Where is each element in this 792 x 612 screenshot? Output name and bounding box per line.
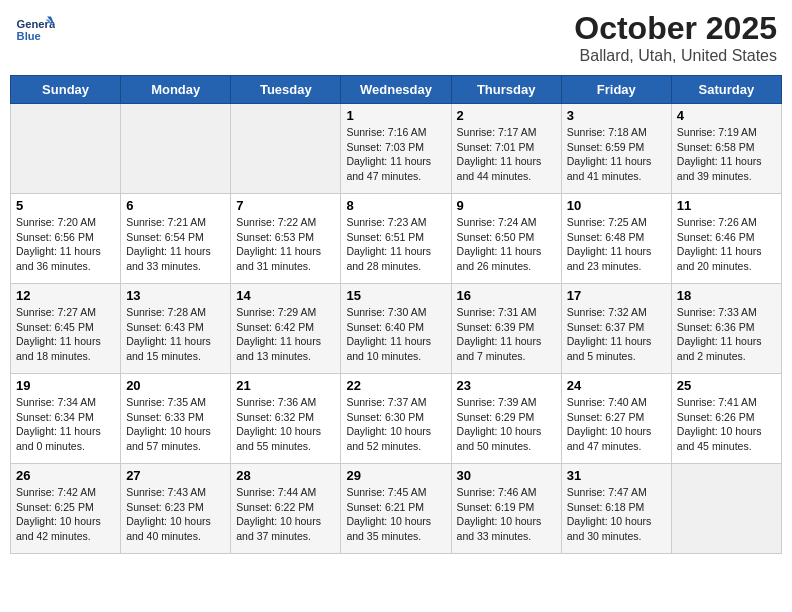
day-info: Sunrise: 7:36 AM Sunset: 6:32 PM Dayligh… [236,395,335,454]
day-info: Sunrise: 7:23 AM Sunset: 6:51 PM Dayligh… [346,215,445,274]
calendar-cell: 3Sunrise: 7:18 AM Sunset: 6:59 PM Daylig… [561,104,671,194]
day-info: Sunrise: 7:46 AM Sunset: 6:19 PM Dayligh… [457,485,556,544]
day-header-saturday: Saturday [671,76,781,104]
calendar-cell: 6Sunrise: 7:21 AM Sunset: 6:54 PM Daylig… [121,194,231,284]
day-info: Sunrise: 7:24 AM Sunset: 6:50 PM Dayligh… [457,215,556,274]
day-header-friday: Friday [561,76,671,104]
calendar-cell: 23Sunrise: 7:39 AM Sunset: 6:29 PM Dayli… [451,374,561,464]
day-number: 8 [346,198,445,213]
day-info: Sunrise: 7:22 AM Sunset: 6:53 PM Dayligh… [236,215,335,274]
day-number: 14 [236,288,335,303]
calendar-cell: 27Sunrise: 7:43 AM Sunset: 6:23 PM Dayli… [121,464,231,554]
day-info: Sunrise: 7:21 AM Sunset: 6:54 PM Dayligh… [126,215,225,274]
day-info: Sunrise: 7:27 AM Sunset: 6:45 PM Dayligh… [16,305,115,364]
calendar-cell: 24Sunrise: 7:40 AM Sunset: 6:27 PM Dayli… [561,374,671,464]
day-info: Sunrise: 7:20 AM Sunset: 6:56 PM Dayligh… [16,215,115,274]
day-header-wednesday: Wednesday [341,76,451,104]
day-number: 20 [126,378,225,393]
logo: General Blue [15,10,59,50]
day-number: 21 [236,378,335,393]
day-number: 23 [457,378,556,393]
calendar-table: SundayMondayTuesdayWednesdayThursdayFrid… [10,75,782,554]
page-title: October 2025 [574,10,777,47]
calendar-cell: 26Sunrise: 7:42 AM Sunset: 6:25 PM Dayli… [11,464,121,554]
calendar-cell: 21Sunrise: 7:36 AM Sunset: 6:32 PM Dayli… [231,374,341,464]
calendar-cell: 16Sunrise: 7:31 AM Sunset: 6:39 PM Dayli… [451,284,561,374]
day-info: Sunrise: 7:19 AM Sunset: 6:58 PM Dayligh… [677,125,776,184]
day-number: 16 [457,288,556,303]
calendar-cell: 22Sunrise: 7:37 AM Sunset: 6:30 PM Dayli… [341,374,451,464]
calendar-cell: 10Sunrise: 7:25 AM Sunset: 6:48 PM Dayli… [561,194,671,284]
calendar-cell [671,464,781,554]
day-info: Sunrise: 7:26 AM Sunset: 6:46 PM Dayligh… [677,215,776,274]
day-info: Sunrise: 7:39 AM Sunset: 6:29 PM Dayligh… [457,395,556,454]
calendar-cell: 1Sunrise: 7:16 AM Sunset: 7:03 PM Daylig… [341,104,451,194]
day-info: Sunrise: 7:33 AM Sunset: 6:36 PM Dayligh… [677,305,776,364]
calendar-cell: 28Sunrise: 7:44 AM Sunset: 6:22 PM Dayli… [231,464,341,554]
day-number: 30 [457,468,556,483]
svg-text:General: General [17,18,55,30]
day-info: Sunrise: 7:42 AM Sunset: 6:25 PM Dayligh… [16,485,115,544]
day-info: Sunrise: 7:41 AM Sunset: 6:26 PM Dayligh… [677,395,776,454]
page-subtitle: Ballard, Utah, United States [574,47,777,65]
day-number: 12 [16,288,115,303]
day-number: 26 [16,468,115,483]
day-number: 6 [126,198,225,213]
calendar-cell: 13Sunrise: 7:28 AM Sunset: 6:43 PM Dayli… [121,284,231,374]
logo-icon: General Blue [15,10,55,50]
title-block: October 2025 Ballard, Utah, United State… [574,10,777,65]
day-header-tuesday: Tuesday [231,76,341,104]
calendar-cell [11,104,121,194]
day-header-monday: Monday [121,76,231,104]
calendar-cell: 29Sunrise: 7:45 AM Sunset: 6:21 PM Dayli… [341,464,451,554]
calendar-cell: 19Sunrise: 7:34 AM Sunset: 6:34 PM Dayli… [11,374,121,464]
day-number: 29 [346,468,445,483]
day-info: Sunrise: 7:16 AM Sunset: 7:03 PM Dayligh… [346,125,445,184]
day-number: 3 [567,108,666,123]
day-number: 17 [567,288,666,303]
day-number: 13 [126,288,225,303]
day-info: Sunrise: 7:44 AM Sunset: 6:22 PM Dayligh… [236,485,335,544]
calendar-cell: 5Sunrise: 7:20 AM Sunset: 6:56 PM Daylig… [11,194,121,284]
day-number: 18 [677,288,776,303]
day-info: Sunrise: 7:30 AM Sunset: 6:40 PM Dayligh… [346,305,445,364]
day-number: 19 [16,378,115,393]
day-info: Sunrise: 7:47 AM Sunset: 6:18 PM Dayligh… [567,485,666,544]
day-info: Sunrise: 7:29 AM Sunset: 6:42 PM Dayligh… [236,305,335,364]
page-header: General Blue October 2025 Ballard, Utah,… [10,10,782,65]
day-number: 4 [677,108,776,123]
calendar-cell: 18Sunrise: 7:33 AM Sunset: 6:36 PM Dayli… [671,284,781,374]
day-info: Sunrise: 7:34 AM Sunset: 6:34 PM Dayligh… [16,395,115,454]
calendar-cell: 14Sunrise: 7:29 AM Sunset: 6:42 PM Dayli… [231,284,341,374]
calendar-cell: 7Sunrise: 7:22 AM Sunset: 6:53 PM Daylig… [231,194,341,284]
calendar-cell: 12Sunrise: 7:27 AM Sunset: 6:45 PM Dayli… [11,284,121,374]
day-number: 9 [457,198,556,213]
day-number: 2 [457,108,556,123]
svg-text:Blue: Blue [17,30,41,42]
day-number: 7 [236,198,335,213]
day-info: Sunrise: 7:31 AM Sunset: 6:39 PM Dayligh… [457,305,556,364]
calendar-cell: 8Sunrise: 7:23 AM Sunset: 6:51 PM Daylig… [341,194,451,284]
day-info: Sunrise: 7:45 AM Sunset: 6:21 PM Dayligh… [346,485,445,544]
calendar-cell: 9Sunrise: 7:24 AM Sunset: 6:50 PM Daylig… [451,194,561,284]
day-number: 27 [126,468,225,483]
calendar-cell: 17Sunrise: 7:32 AM Sunset: 6:37 PM Dayli… [561,284,671,374]
day-number: 31 [567,468,666,483]
calendar-cell [121,104,231,194]
calendar-cell: 30Sunrise: 7:46 AM Sunset: 6:19 PM Dayli… [451,464,561,554]
day-header-thursday: Thursday [451,76,561,104]
calendar-cell: 20Sunrise: 7:35 AM Sunset: 6:33 PM Dayli… [121,374,231,464]
day-number: 22 [346,378,445,393]
day-number: 5 [16,198,115,213]
day-info: Sunrise: 7:25 AM Sunset: 6:48 PM Dayligh… [567,215,666,274]
day-info: Sunrise: 7:35 AM Sunset: 6:33 PM Dayligh… [126,395,225,454]
day-number: 11 [677,198,776,213]
day-info: Sunrise: 7:43 AM Sunset: 6:23 PM Dayligh… [126,485,225,544]
day-info: Sunrise: 7:17 AM Sunset: 7:01 PM Dayligh… [457,125,556,184]
calendar-cell [231,104,341,194]
calendar-cell: 2Sunrise: 7:17 AM Sunset: 7:01 PM Daylig… [451,104,561,194]
calendar-cell: 15Sunrise: 7:30 AM Sunset: 6:40 PM Dayli… [341,284,451,374]
calendar-cell: 25Sunrise: 7:41 AM Sunset: 6:26 PM Dayli… [671,374,781,464]
day-number: 10 [567,198,666,213]
day-info: Sunrise: 7:18 AM Sunset: 6:59 PM Dayligh… [567,125,666,184]
